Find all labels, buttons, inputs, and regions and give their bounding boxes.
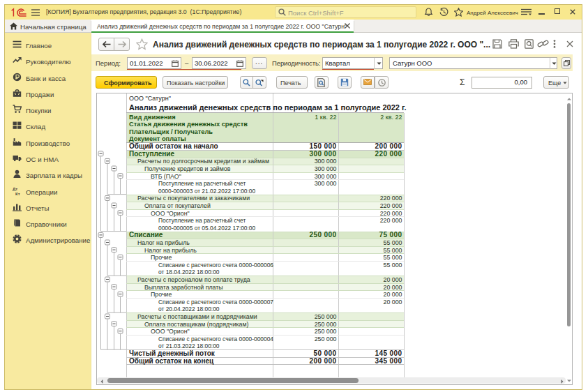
svg-text:Кт: Кт (15, 191, 20, 195)
svg-text:Дт: Дт (13, 186, 17, 190)
